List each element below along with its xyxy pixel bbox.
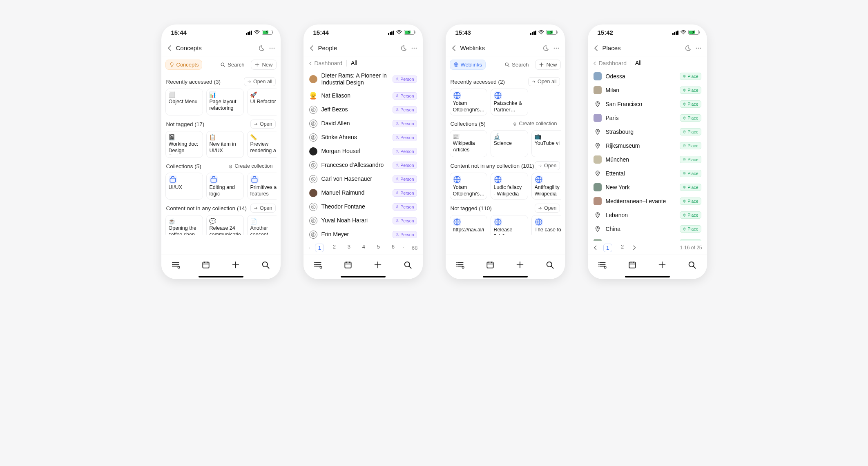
page-number[interactable]: 1 [315,244,324,252]
person-row[interactable]: Sönke AhrensPerson [308,131,419,144]
person-row[interactable]: 👱Nat EliasonPerson [308,89,419,103]
more-icon[interactable] [411,44,418,52]
person-row[interactable]: Manuel RaimundPerson [308,186,419,200]
open-button[interactable]: Open [250,120,276,129]
search-tab-icon[interactable] [687,260,696,269]
new-button[interactable]: New [535,60,560,70]
search-tab-icon[interactable] [403,260,412,269]
place-row[interactable]: MilanPlace [592,83,703,97]
create-collection-button[interactable]: Create collection [225,162,275,170]
page-number[interactable]: 1 [603,244,612,252]
weblink-card[interactable]: https://nav.al/ric [450,215,487,235]
search-tab-icon[interactable] [545,260,554,269]
theme-toggle-icon[interactable] [541,44,549,52]
place-row[interactable]: EttentalPlace [592,166,703,180]
more-icon[interactable] [553,44,560,52]
list-tab-icon[interactable] [172,260,181,269]
back-icon[interactable] [451,44,458,52]
search-button[interactable]: Search [501,60,532,69]
person-row[interactable]: Carl von HasenauerPerson [308,172,419,186]
page-number[interactable]: 2 [330,244,339,252]
person-row[interactable]: Theodor FontanePerson [308,200,419,214]
place-row[interactable]: RijksmuseumPlace [592,139,703,153]
calendar-tab-icon[interactable] [628,260,637,269]
add-tab-icon[interactable] [373,260,382,269]
concept-card[interactable]: 🚀UI Refactor [247,89,277,115]
place-row[interactable]: ChinaPlace [592,222,703,236]
list-tab-icon[interactable] [456,260,465,269]
list-tab-icon[interactable] [314,260,323,269]
new-button[interactable]: New [251,60,276,70]
add-tab-icon[interactable] [231,260,240,269]
page-number[interactable]: 6 [388,244,397,252]
filter-chip-weblinks[interactable]: Weblinks [450,60,486,70]
person-row[interactable]: Jeff BezosPerson [308,103,419,117]
place-row[interactable]: MünchenPlace [592,153,703,166]
page-next-icon[interactable] [632,245,638,251]
open-button[interactable]: Open [535,204,560,213]
person-row[interactable]: Morgan HouselPerson [308,144,419,158]
add-tab-icon[interactable] [658,260,667,269]
back-icon[interactable] [593,44,600,52]
collection-card[interactable]: 📺YouTube vi [531,130,561,157]
place-row[interactable]: Mediterranean–LevantePlace [592,194,703,208]
place-row[interactable]: OdessaPlace [592,69,703,83]
page-number[interactable]: 4 [359,244,368,252]
open-button[interactable]: Open [250,204,276,213]
weblink-card[interactable]: Patzschke & Partner… [491,89,528,115]
create-collection-button[interactable]: Create collection [510,120,560,128]
place-row[interactable]: StrasbourgPlace [592,125,703,139]
person-row[interactable]: David AllenPerson [308,117,419,131]
weblink-card[interactable]: Yotam Ottolenghi's… [450,173,487,200]
theme-toggle-icon[interactable] [683,44,691,52]
weblink-card[interactable]: The case fo more energ… [531,215,561,235]
concept-card[interactable]: 📓Working doc: Design System [165,131,203,158]
weblink-card[interactable]: Ludic fallacy - Wikipedia [491,173,528,200]
place-row[interactable]: San FranciscoPlace [592,97,703,111]
open-all-button[interactable]: Open all [528,77,560,86]
breadcrumb-current[interactable]: All [635,60,642,67]
page-next-icon[interactable] [402,245,404,251]
filter-chip-concepts[interactable]: Concepts [165,60,203,70]
calendar-tab-icon[interactable] [201,260,210,269]
theme-toggle-icon[interactable] [257,44,264,52]
page-number[interactable]: 3 [344,244,353,252]
person-row[interactable]: Francesco d'AllessandroPerson [308,158,419,172]
list-tab-icon[interactable] [598,260,607,269]
back-icon[interactable] [166,44,174,52]
place-row[interactable]: ParisPlace [592,111,703,125]
concept-card[interactable]: ☕Opening the coffee shop o… [165,215,203,235]
breadcrumb-parent[interactable]: Dashboard [308,60,343,67]
theme-toggle-icon[interactable] [399,44,406,52]
search-tab-icon[interactable] [261,260,270,269]
collection-card[interactable]: 🔬Science [491,130,528,157]
page-number[interactable]: 2 [618,244,627,252]
calendar-tab-icon[interactable] [344,260,353,269]
collection-card[interactable]: Primitives a features [247,173,277,200]
weblink-card[interactable]: Yotam Ottolenghi's… [450,89,487,115]
concept-card[interactable]: 📏Preview rendering a… [247,131,277,158]
concept-card[interactable]: 💬Release 24 communication… [206,215,244,235]
collection-card[interactable]: 📰Wikipedia Articles [450,130,487,157]
person-row[interactable]: Yuval Noah HarariPerson [308,214,419,228]
calendar-tab-icon[interactable] [486,260,495,269]
place-row[interactable]: New YorkPlace [592,180,703,194]
open-button[interactable]: Open [535,161,560,170]
search-button[interactable]: Search [217,60,248,69]
person-row[interactable]: Erin MeyerPerson [308,228,419,241]
person-row[interactable]: Dieter Rams: A Pioneer in Industrial Des… [308,69,419,89]
weblink-card[interactable]: Release 5.1.9 · kepano/obsidi [491,215,528,235]
weblink-card[interactable]: Antifragility Wikipedia [531,173,561,200]
concept-card[interactable]: ⬜Object Menu [165,89,203,115]
more-icon[interactable] [695,44,702,52]
collection-card[interactable]: Editing and logic [206,173,244,200]
page-number[interactable]: 5 [374,244,383,252]
breadcrumb-current[interactable]: All [351,60,357,67]
page-prev-icon[interactable] [593,245,598,251]
collection-card[interactable]: UI/UX [165,173,203,200]
concept-card[interactable]: 📊Page layout refactoring [206,89,244,115]
breadcrumb-parent[interactable]: Dashboard [593,60,627,67]
concept-card[interactable]: 📄Another concept… [247,215,277,235]
place-row[interactable]: NorwayPlace [592,236,703,241]
more-icon[interactable] [268,44,276,52]
